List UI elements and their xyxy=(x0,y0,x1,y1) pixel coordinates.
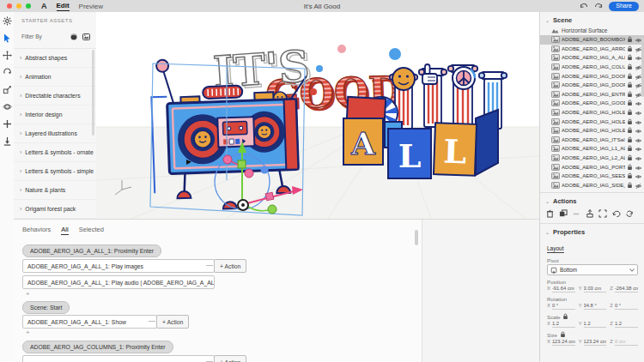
scale-field[interactable]: X1.2 xyxy=(547,321,575,328)
assets-scrollbar[interactable] xyxy=(92,50,94,136)
horizontal-surface-row[interactable]: Horizontal Surface xyxy=(540,27,644,35)
import-icon[interactable] xyxy=(0,132,14,149)
layer-row[interactable]: ADOBE_AERO_IAG_SIDE_1 xyxy=(540,181,644,190)
layer-row[interactable]: ADOBE_AERO_IAG_PORTAL xyxy=(540,162,644,172)
layer-row[interactable]: ADOBE_AERO_IAG_L1_ALL xyxy=(540,144,644,154)
pivot-dropdown[interactable]: Bottom xyxy=(547,264,638,275)
asset-category[interactable]: › Directable characters xyxy=(14,87,96,106)
layer-row[interactable]: ADOBE_AERO_IAG_ENTRANCE xyxy=(540,90,644,100)
size-lock-icon[interactable] xyxy=(560,331,566,338)
rotation-field[interactable]: X0 ° xyxy=(547,303,575,310)
position-field[interactable]: Z-264.38 cm xyxy=(610,286,638,293)
tab-edit[interactable]: Edit xyxy=(57,2,70,11)
scale-lock-icon[interactable] xyxy=(562,313,568,320)
size-field[interactable]: Z0 cm xyxy=(610,339,638,346)
lock-icon[interactable] xyxy=(627,154,633,161)
add-action-button[interactable]: + Action xyxy=(214,259,246,273)
layer-row[interactable]: ADOBE_AERO_BOOMBOX xyxy=(540,35,644,45)
position-field[interactable]: X-91.64 cm xyxy=(547,286,575,293)
add-asset-icon[interactable] xyxy=(0,115,14,132)
orbit-view-icon[interactable] xyxy=(0,98,14,115)
asset-category[interactable]: › Animation xyxy=(14,68,96,87)
reset-icon[interactable] xyxy=(612,209,621,218)
refresh-icon[interactable] xyxy=(625,209,634,218)
lock-icon[interactable] xyxy=(627,145,633,152)
minimize-window-button[interactable] xyxy=(16,3,21,9)
tab-selected[interactable]: Selected xyxy=(79,226,104,235)
add-trigger-button[interactable]: + xyxy=(26,329,30,336)
rotation-field[interactable]: Z0 ° xyxy=(610,303,638,310)
lock-icon[interactable] xyxy=(627,100,633,106)
asset-category[interactable]: › Origami forest pack xyxy=(14,200,96,219)
delete-icon[interactable] xyxy=(546,209,554,218)
layer-row[interactable]: ADOBE_AERO_IAG_HOLE 2 xyxy=(540,117,644,126)
rotate-tool-icon[interactable] xyxy=(0,63,14,81)
add-action-button[interactable]: + Action xyxy=(156,315,189,329)
asset-category[interactable]: › Nature & plants xyxy=(14,181,96,200)
select-tool-icon[interactable] xyxy=(0,29,14,46)
layer-row[interactable]: ADOBE_AERO_IAG_GOOD_1 xyxy=(540,99,644,108)
eye-icon[interactable] xyxy=(635,178,642,193)
trigger-pill[interactable]: Scene: Start xyxy=(22,301,70,314)
lock-icon[interactable] xyxy=(627,182,633,189)
action-box[interactable] xyxy=(22,355,215,362)
trigger-pill[interactable]: ADOBE_AERO_IAG_COLUMNS_1: Proximity Ente… xyxy=(22,341,173,353)
lock-icon[interactable] xyxy=(627,118,633,125)
layer-row[interactable]: ADOBE_AERO_IAG_SEESAW xyxy=(540,172,644,181)
scene-section-header[interactable]: ⌄ Scene xyxy=(540,12,644,27)
action-box[interactable]: ADOBE_AERO_IAG_A_ALL_1: Play audio | ADO… xyxy=(22,275,215,289)
trigger-pill[interactable]: ADOBE_AERO_IAG_A_ALL_1: Proximity Enter xyxy=(22,244,161,257)
tab-all[interactable]: All xyxy=(61,226,68,235)
lock-icon[interactable] xyxy=(627,91,633,98)
asset-category[interactable]: › Layered illustrations xyxy=(14,124,96,143)
layer-row[interactable]: ADOBE_AERO_IAG_DOORWA... xyxy=(540,71,644,81)
lock-icon[interactable] xyxy=(627,109,633,116)
zoom-window-button[interactable] xyxy=(26,3,31,9)
layer-row[interactable]: ADOBE_AERO_IAG_L2_ALL xyxy=(540,154,644,163)
viewport-canvas[interactable]: GOOD GOOD xyxy=(96,12,539,219)
action-box[interactable]: ADOBE_AERO_IAG_A_ALL_1: Play images xyxy=(22,259,215,273)
scale-field[interactable]: Y1.2 xyxy=(579,321,607,328)
size-field[interactable]: Y123.24 cm xyxy=(579,339,607,346)
layer-row[interactable]: ADOBE_AERO_IAG_HOLE 3 xyxy=(540,126,644,136)
layer-row[interactable]: ADOBE_AERO_IAG_ARROW xyxy=(540,45,644,54)
add-trigger-button[interactable]: + xyxy=(26,290,30,298)
images-filter-icon[interactable] xyxy=(82,28,90,44)
action-box[interactable]: ADOBE_AERO_IAG_A_ALL_1: Show xyxy=(22,315,157,329)
layer-row[interactable]: ADOBE_AERO_IAG_A_ALL_1 xyxy=(540,53,644,63)
lock-icon[interactable] xyxy=(627,36,633,43)
layer-row[interactable]: ADOBE_AERO_IAG_COLUMN... xyxy=(540,63,644,72)
undo-icon[interactable] xyxy=(580,3,588,10)
settings-gear-icon[interactable] xyxy=(0,12,14,29)
scale-field[interactable]: Z1.2 xyxy=(610,321,638,328)
asset-category[interactable]: › Abstract shapes xyxy=(14,49,96,68)
asset-category[interactable]: › Letters & symbols - ornate xyxy=(14,143,96,162)
properties-section-header[interactable]: ⌄ Properties xyxy=(540,224,644,238)
link-icon[interactable] xyxy=(572,209,580,218)
layer-row[interactable]: ADOBE_AERO_IAG_IT'Sal xyxy=(540,136,644,145)
lock-icon[interactable] xyxy=(627,45,633,52)
share-button[interactable]: Share xyxy=(609,2,639,11)
objects-filter-icon[interactable] xyxy=(70,28,77,44)
layer-row[interactable]: ADOBE_AERO_IAG_HOLE 1 xyxy=(540,108,644,118)
lock-icon[interactable] xyxy=(627,54,633,61)
lock-icon[interactable] xyxy=(627,164,633,171)
lock-icon[interactable] xyxy=(627,172,633,179)
lock-icon[interactable] xyxy=(627,63,633,70)
tab-preview[interactable]: Preview xyxy=(79,3,103,10)
add-action-button[interactable]: + Action xyxy=(214,355,246,362)
layer-row[interactable]: ADOBE_AERO_IAG_DOORWA... xyxy=(540,81,644,90)
close-window-button[interactable] xyxy=(7,3,12,9)
lock-icon[interactable] xyxy=(627,81,633,88)
duplicate-icon[interactable] xyxy=(559,209,568,218)
size-field[interactable]: X123.24 cm xyxy=(547,339,575,346)
lock-icon[interactable] xyxy=(627,127,633,134)
scale-tool-icon[interactable] xyxy=(0,81,14,98)
lock-icon[interactable] xyxy=(627,73,633,80)
rotation-field[interactable]: Y34.8 ° xyxy=(579,303,607,310)
move-tool-icon[interactable] xyxy=(0,46,14,63)
asset-category[interactable]: › Letters & symbols - simple xyxy=(14,162,96,181)
actions-section-header[interactable]: ⌄ Actions xyxy=(540,193,644,208)
redo-icon[interactable] xyxy=(594,3,603,10)
place-on-surface-icon[interactable] xyxy=(586,209,594,218)
